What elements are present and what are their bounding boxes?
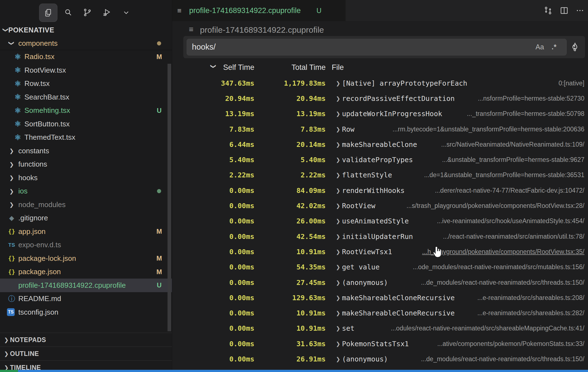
open-changes-button[interactable] (541, 4, 555, 17)
expand-row-chevron-icon[interactable]: ❯ (336, 141, 340, 147)
file-location-link[interactable]: ...e-reanimated/src/shareables.ts:208/ (477, 294, 584, 301)
expand-row-chevron-icon[interactable]: ❯ (336, 218, 340, 224)
file-location-link[interactable]: ...nsformProfile=hermes-stable:52730 (478, 95, 584, 102)
tree-file-tsconfig.json[interactable]: TStsconfig.json (0, 305, 172, 319)
tree-file-profile-1741689314922.cpuprofile[interactable]: profile-1741689314922.cpuprofileU (0, 279, 172, 292)
file-location-link[interactable]: ..._transformProfile=hermes-stable:50798 (467, 110, 584, 118)
table-row[interactable]: 0.00ms10.91ms❯set...odules/react-native-… (172, 321, 588, 336)
chevron-down-icon[interactable]: ❯ (8, 40, 15, 46)
table-row[interactable]: 0.00ms26.91ms❯(anonymous)...de_modules/r… (172, 351, 588, 366)
sidebar-section-notepads[interactable]: ❯ NOTEPADS (0, 333, 172, 347)
sidebar-scrollbar[interactable] (168, 64, 171, 331)
explorer-root-folder[interactable]: ❯ POKENATIVE (0, 24, 172, 35)
table-row[interactable]: 5.40ms5.40ms❯validatePropTypes...&unstab… (172, 152, 588, 167)
tree-file-app.json[interactable]: {}app.jsonM (0, 225, 172, 238)
status-remote-segment[interactable] (0, 370, 18, 372)
expand-row-chevron-icon[interactable]: ❯ (336, 356, 340, 362)
file-location-link[interactable]: .../react-native-reanimated/src/animatio… (443, 233, 584, 240)
search-view-button[interactable] (59, 4, 77, 21)
file-location-link[interactable]: ...src/NativeReanimated/NativeReanimated… (441, 141, 584, 148)
file-location-link[interactable]: ...rm.bytecode=1&unstable_transformProfi… (392, 125, 584, 133)
tree-file-SearchBar.tsx[interactable]: ⚛SearchBar.tsx (0, 90, 172, 104)
expand-row-chevron-icon[interactable]: ❯ (336, 294, 340, 301)
file-location-link[interactable]: ...de_modules/react-native-reanimated/sr… (421, 279, 584, 286)
table-row[interactable]: 0.00ms129.63ms❯makeShareableCloneRecursi… (172, 290, 588, 305)
column-header-total-time[interactable]: Total Time (267, 63, 326, 72)
more-actions-button[interactable] (573, 4, 587, 17)
expand-row-chevron-icon[interactable]: ❯ (336, 111, 340, 117)
tree-file-ThemedText.tsx[interactable]: ⚛ThemedText.tsx (0, 131, 172, 144)
tree-file-Somehting.tsx[interactable]: ⚛Somehting.tsxU (0, 104, 172, 118)
tree-folder-hooks[interactable]: ❯hooks (0, 171, 172, 185)
file-location-link[interactable]: ...ative/components/pokemon/PokemonStats… (437, 340, 584, 347)
tree-folder-functions[interactable]: ❯functions (0, 158, 172, 171)
tab-cpuprofile[interactable]: ≡ profile-1741689314922.cpuprofile U (172, 0, 346, 21)
tree-file-.gitignore[interactable]: ◆.gitignore (0, 212, 172, 225)
explorer-view-button[interactable] (39, 4, 57, 22)
run-debug-view-button[interactable] (98, 4, 116, 21)
expand-row-chevron-icon[interactable]: ❯ (336, 203, 340, 209)
file-location-link[interactable]: ...s/trash_playground/pokenative/compone… (407, 202, 584, 210)
file-location-link[interactable]: ...h_playground/pokenative/components/Ro… (422, 248, 584, 255)
chevron-right-icon[interactable]: ❯ (9, 188, 15, 195)
table-row[interactable]: 7.83ms7.83ms❯Row...rm.bytecode=1&unstabl… (172, 121, 588, 137)
file-location-link[interactable]: ...&unstable_transformProfile=hermes-sta… (442, 156, 584, 164)
tree-file-Row.tsx[interactable]: ⚛Row.tsx (0, 77, 172, 91)
file-location-link[interactable]: ...derer/react-native-74-77/ReactFabric-… (435, 187, 584, 194)
table-row[interactable]: 20.94ms20.94ms❯recordPassiveEffectDurati… (172, 91, 588, 106)
table-row[interactable]: 0.00ms27.45ms❯(anonymous)...de_modules/r… (172, 275, 588, 290)
expand-row-chevron-icon[interactable]: ❯ (336, 157, 340, 163)
tree-file-package.json[interactable]: {}package.jsonM (0, 265, 172, 279)
file-location-link[interactable]: ...e-reanimated/src/shareables.ts:282/ (477, 309, 584, 317)
source-control-view-button[interactable] (78, 4, 96, 21)
chevron-right-icon[interactable]: ❯ (9, 174, 15, 181)
table-row[interactable]: 0.00ms10.91ms❯makeShareableCloneRecursiv… (172, 305, 588, 320)
match-case-toggle[interactable]: Aa (534, 43, 546, 51)
table-row[interactable]: 2.22ms2.22ms❯flattenStyle...de=1&unstabl… (172, 167, 588, 183)
filter-input[interactable]: hooks/ Aa .* (187, 39, 567, 55)
additional-views-button[interactable] (117, 4, 135, 21)
file-location-link[interactable]: ...ive-reanimated/src/hook/useAnimatedSt… (437, 217, 584, 225)
expand-row-chevron-icon[interactable]: ❯ (336, 325, 340, 332)
tree-file-expo-env.d.ts[interactable]: TSexpo-env.d.ts (0, 238, 172, 252)
table-row[interactable]: 0.00ms42.02ms❯RootView...s/trash_playgro… (172, 198, 588, 213)
table-row[interactable]: 0.00ms26.00ms❯useAnimatedStyle...ive-rea… (172, 213, 588, 229)
tree-file-Radio.tsx[interactable]: ⚛Radio.tsxM (0, 50, 172, 64)
table-row[interactable]: 0.00ms54.35ms❯get value...ode_modules/re… (172, 259, 588, 275)
table-row[interactable]: 6.44ms20.14ms❯makeShareableClone...src/N… (172, 137, 588, 152)
chevron-right-icon[interactable]: ❯ (9, 201, 15, 208)
column-header-file[interactable]: File (332, 63, 344, 72)
expand-row-chevron-icon[interactable]: ❯ (336, 126, 340, 132)
table-row[interactable]: 0.00ms10.91ms❯RootViewTsx1...h_playgroun… (172, 244, 588, 259)
expand-row-chevron-icon[interactable]: ❯ (336, 279, 340, 286)
chevron-right-icon[interactable]: ❯ (9, 147, 15, 154)
sidebar-section-outline[interactable]: ❯ OUTLINE (0, 346, 172, 361)
table-row[interactable]: 0.00ms42.54ms❯initialUpdaterRun.../react… (172, 229, 588, 244)
tree-folder-components[interactable]: ❯components (0, 37, 172, 50)
flame-graph-button[interactable] (568, 40, 582, 54)
expand-row-chevron-icon[interactable]: ❯ (336, 264, 340, 270)
expand-row-chevron-icon[interactable]: ❯ (336, 248, 340, 255)
regex-toggle[interactable]: .* (548, 43, 560, 51)
tree-folder-constants[interactable]: ❯constants (0, 144, 172, 158)
file-location-link[interactable]: ...odules/react-native-reanimated/src/sh… (391, 325, 584, 332)
status-main-segment[interactable] (18, 370, 588, 372)
expand-row-chevron-icon[interactable]: ❯ (336, 187, 340, 193)
file-location-link[interactable]: ...de_modules/react-native-reanimated/sr… (421, 355, 584, 363)
expand-row-chevron-icon[interactable]: ❯ (336, 80, 340, 86)
tree-folder-node_modules[interactable]: ❯node_modules (0, 198, 172, 212)
file-location-link[interactable]: 0:[native] (559, 79, 584, 87)
chevron-right-icon[interactable]: ❯ (9, 161, 15, 168)
expand-row-chevron-icon[interactable]: ❯ (336, 95, 340, 101)
tree-folder-ios[interactable]: ❯ios (0, 185, 172, 198)
expand-row-chevron-icon[interactable]: ❯ (336, 310, 340, 316)
table-row[interactable]: 0.00ms84.09ms❯renderWithHooks...derer/re… (172, 183, 588, 198)
table-row[interactable]: 13.19ms13.19ms❯updateWorkInProgressHook.… (172, 106, 588, 121)
tree-file-README.md[interactable]: ⓘREADME.md (0, 292, 172, 306)
expand-row-chevron-icon[interactable]: ❯ (336, 340, 340, 347)
expand-row-chevron-icon[interactable]: ❯ (336, 233, 340, 239)
split-editor-button[interactable] (557, 4, 571, 17)
file-location-link[interactable]: ...ode_modules/react-native-reanimated/s… (413, 263, 584, 271)
expand-row-chevron-icon[interactable]: ❯ (336, 172, 340, 178)
table-row[interactable]: 347.63ms1,179.83ms❯[Native] arrayPrototy… (172, 75, 588, 91)
